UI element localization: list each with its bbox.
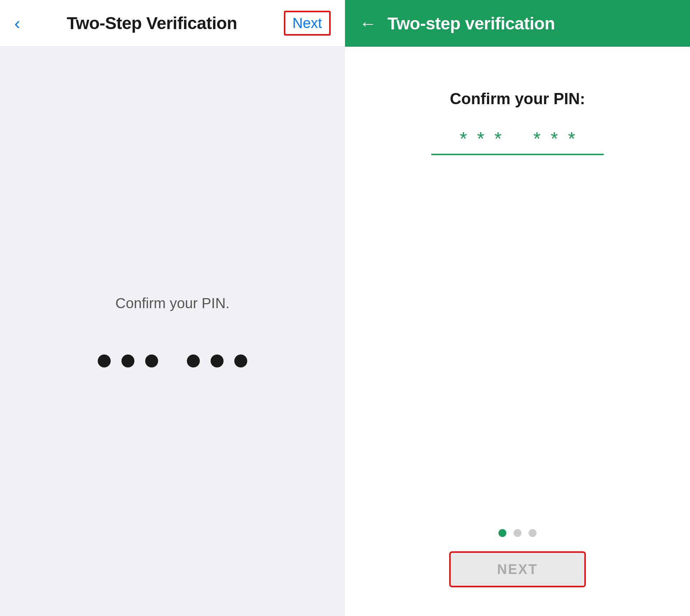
right-next-button[interactable]: NEXT: [449, 551, 586, 587]
pin-star-5: *: [551, 129, 558, 148]
pin-underline: [431, 154, 604, 155]
left-panel: ‹ Two-Step Verification Next Confirm you…: [0, 0, 345, 616]
right-body: Confirm your PIN: * * * * * * NEXT: [345, 47, 690, 616]
pin-dot-3: [145, 355, 158, 367]
left-back-button[interactable]: ‹: [14, 15, 20, 32]
right-title: Two-step verification: [387, 14, 555, 33]
right-back-button[interactable]: ←: [359, 14, 377, 33]
left-confirm-text: Confirm your PIN.: [115, 295, 230, 311]
right-pin-display: * * * * * *: [460, 129, 575, 148]
right-confirm-text: Confirm your PIN:: [450, 90, 585, 108]
page-dot-3: [529, 529, 537, 537]
pin-dot-5: [211, 355, 224, 367]
pin-star-1: *: [460, 129, 467, 148]
pin-star-4: *: [533, 129, 540, 148]
pin-star-2: *: [477, 129, 484, 148]
left-pin-dots: [98, 355, 247, 367]
right-header: ← Two-step verification: [345, 0, 690, 47]
page-dot-2: [514, 529, 521, 537]
page-dot-1: [498, 529, 506, 537]
pin-star-3: *: [494, 129, 502, 148]
pagination-dots: [498, 529, 537, 537]
pin-dot-2: [121, 355, 134, 367]
left-title: Two-Step Verification: [67, 13, 237, 33]
left-header: ‹ Two-Step Verification Next: [0, 0, 345, 47]
pin-dot-1: [98, 355, 111, 367]
left-body: Confirm your PIN.: [0, 47, 345, 616]
pin-dot-4: [187, 355, 200, 367]
pin-dot-6: [234, 355, 247, 367]
right-panel: ← Two-step verification Confirm your PIN…: [345, 0, 690, 616]
pin-star-6: *: [568, 129, 575, 148]
left-next-button[interactable]: Next: [284, 11, 331, 36]
